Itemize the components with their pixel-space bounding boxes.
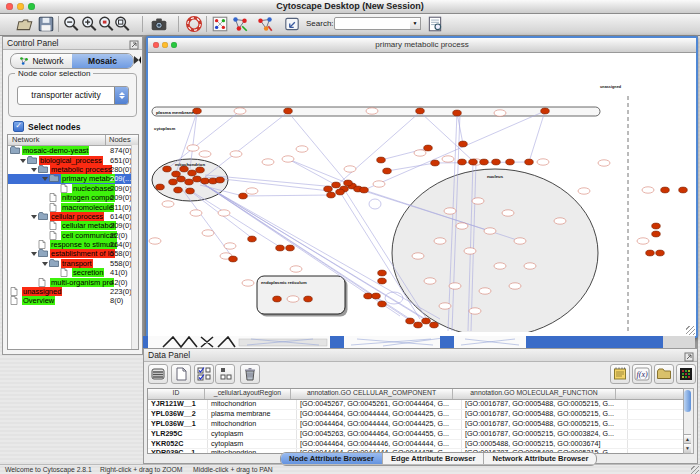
network-node-label[interactable] bbox=[224, 243, 236, 249]
tree-row[interactable]: primary metabo209(... bbox=[8, 174, 138, 183]
column-header[interactable]: ID bbox=[148, 389, 205, 399]
tree-row[interactable]: biological_process651(0) bbox=[8, 155, 138, 164]
network-node[interactable] bbox=[406, 318, 415, 324]
network-view-window[interactable]: primary metabolic process plasma membran… bbox=[146, 36, 698, 338]
new-attribute-icon[interactable] bbox=[171, 364, 191, 384]
import-attributes-icon[interactable] bbox=[654, 364, 674, 384]
network-node[interactable] bbox=[652, 231, 661, 237]
table-scrollbar[interactable]: ▲ ▼ bbox=[683, 388, 694, 454]
network-node-label[interactable] bbox=[366, 108, 378, 114]
tree-row[interactable]: establishment of lo558(0) bbox=[8, 249, 138, 258]
window-resize-grip[interactable] bbox=[686, 326, 695, 335]
delete-attribute-icon[interactable] bbox=[240, 364, 260, 384]
network-window-titlebar[interactable]: primary metabolic process bbox=[148, 38, 696, 53]
network-node[interactable] bbox=[416, 108, 425, 114]
network-node[interactable] bbox=[186, 188, 195, 194]
network-node[interactable] bbox=[273, 296, 282, 302]
enhanced-search-icon[interactable] bbox=[426, 15, 444, 33]
network-node[interactable] bbox=[229, 256, 238, 262]
network-node-label[interactable] bbox=[554, 218, 566, 224]
network-node-label[interactable] bbox=[598, 160, 610, 166]
annotation-notes-icon[interactable] bbox=[610, 364, 630, 384]
network-node[interactable] bbox=[284, 108, 293, 114]
window-zoom-button[interactable] bbox=[171, 42, 177, 48]
expander-icon[interactable] bbox=[30, 165, 38, 174]
tree-row[interactable]: nitrogen compo209(0) bbox=[8, 193, 138, 202]
network-node[interactable] bbox=[304, 296, 313, 302]
table-row[interactable]: YJR121W__1mitochondrion[GO:0045267, GO:0… bbox=[148, 400, 686, 410]
network-node[interactable] bbox=[424, 145, 433, 151]
network-node[interactable] bbox=[492, 159, 501, 165]
tree-row[interactable]: multi-organism pro42(0) bbox=[8, 277, 138, 286]
network-node[interactable] bbox=[196, 167, 205, 173]
network-node[interactable] bbox=[459, 141, 468, 147]
network-node-label[interactable] bbox=[424, 278, 436, 284]
network-node[interactable] bbox=[201, 178, 210, 184]
network-node-label[interactable] bbox=[494, 263, 506, 269]
network-node[interactable] bbox=[163, 166, 172, 172]
network-node-label[interactable] bbox=[199, 151, 211, 157]
tree-row[interactable]: metabolic process280(0) bbox=[8, 165, 138, 174]
network-node-label[interactable] bbox=[230, 151, 242, 157]
network-node-label[interactable] bbox=[524, 263, 536, 269]
network-node-label[interactable] bbox=[287, 296, 299, 302]
select-attributes-icon[interactable] bbox=[194, 364, 214, 384]
network-node[interactable] bbox=[364, 293, 373, 299]
network-node-label[interactable] bbox=[472, 198, 484, 204]
network-node-label[interactable] bbox=[414, 150, 426, 156]
expander-icon[interactable] bbox=[41, 174, 49, 183]
network-node-label[interactable] bbox=[434, 238, 446, 244]
network-node[interactable] bbox=[414, 322, 423, 328]
network-node[interactable] bbox=[344, 180, 353, 186]
network-node-label[interactable] bbox=[218, 210, 230, 216]
expander-icon[interactable] bbox=[19, 156, 27, 165]
network-node-label[interactable] bbox=[494, 110, 506, 116]
network-node[interactable] bbox=[327, 192, 336, 198]
network-node-label[interactable] bbox=[509, 283, 521, 289]
network-canvas[interactable]: plasma membranecytoplasmmitochondrionnuc… bbox=[148, 53, 692, 332]
attribute-matrix-icon[interactable] bbox=[676, 364, 696, 384]
network-node-label[interactable] bbox=[464, 248, 476, 254]
network-node[interactable] bbox=[453, 110, 462, 116]
window-minimize-button[interactable] bbox=[162, 42, 168, 48]
network-node-label[interactable] bbox=[578, 188, 590, 194]
window-close-button[interactable] bbox=[153, 42, 159, 48]
network-node[interactable] bbox=[276, 245, 285, 251]
tree-scrollbar[interactable] bbox=[131, 145, 138, 349]
network-node-label[interactable] bbox=[442, 156, 454, 162]
attribute-browser-icon[interactable] bbox=[148, 364, 168, 384]
network-node[interactable] bbox=[656, 250, 665, 256]
unselect-attributes-icon[interactable] bbox=[215, 364, 235, 384]
tree-row[interactable]: cellular metabol209(0) bbox=[8, 221, 138, 230]
network-node-label[interactable] bbox=[484, 228, 496, 234]
network-node-label[interactable] bbox=[290, 266, 302, 272]
close-button[interactable] bbox=[6, 3, 13, 10]
tree-row[interactable]: cellular process614(0) bbox=[8, 212, 138, 221]
network-node[interactable] bbox=[679, 187, 688, 193]
float-data-panel-icon[interactable] bbox=[684, 350, 694, 360]
network-node[interactable] bbox=[360, 187, 369, 193]
snapshot-camera-icon[interactable] bbox=[150, 15, 168, 33]
zoom-in-icon[interactable] bbox=[80, 15, 98, 33]
network-node[interactable] bbox=[506, 159, 515, 165]
network-node-label[interactable] bbox=[637, 238, 649, 244]
column-header[interactable]: annotation.GO CELLULAR_COMPONENT bbox=[291, 389, 453, 399]
network-node[interactable] bbox=[336, 189, 345, 195]
background-windows-strip[interactable] bbox=[143, 336, 695, 348]
zoom-fit-icon[interactable] bbox=[113, 15, 131, 33]
network-node[interactable] bbox=[480, 159, 489, 165]
tab-overflow-arrow[interactable] bbox=[134, 56, 141, 64]
network-node-label[interactable] bbox=[234, 108, 246, 114]
network-node-label[interactable] bbox=[469, 308, 481, 314]
tree-row[interactable]: transport558(0) bbox=[8, 259, 138, 268]
network-node[interactable] bbox=[378, 270, 387, 276]
scrollbar-thumb[interactable] bbox=[684, 390, 691, 412]
vizmap-import-icon[interactable] bbox=[283, 15, 301, 33]
node-color-dropdown[interactable]: transporter activity bbox=[17, 86, 129, 105]
column-header[interactable]: annotation.GO MOLECULAR_FUNCTION bbox=[453, 389, 616, 399]
network-node-label[interactable] bbox=[373, 181, 385, 187]
network-node[interactable] bbox=[156, 184, 165, 190]
tree-header[interactable]: Network Nodes bbox=[8, 135, 138, 146]
network-node[interactable] bbox=[372, 293, 381, 299]
help-lifering-icon[interactable] bbox=[185, 15, 203, 33]
